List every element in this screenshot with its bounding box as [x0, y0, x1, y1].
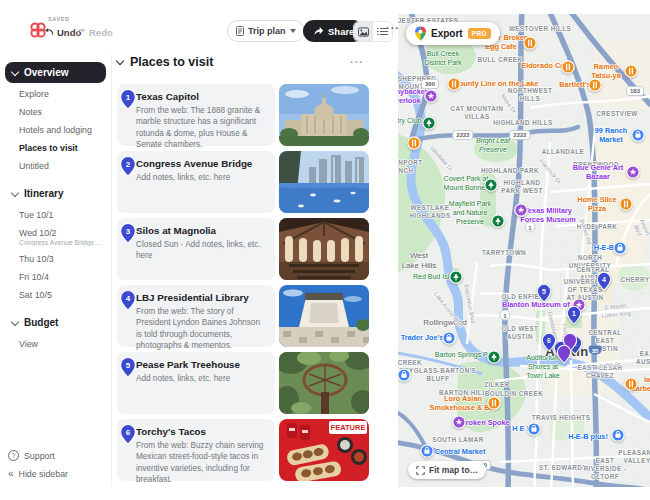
map-poi-marker-food-icon[interactable] — [523, 36, 537, 50]
sidebar-item-notes[interactable]: Notes — [0, 103, 111, 121]
collapse-icon: « — [8, 468, 14, 479]
sidebar-item-subtitle: Congress Avenue Bridge… — [19, 239, 101, 246]
map-poi-marker-store-icon[interactable] — [631, 128, 645, 142]
place-row-congress-avenue-bridge: 2Congress Avenue BridgeAdd notes, links,… — [117, 151, 369, 213]
google-maps-pin-icon — [415, 26, 426, 41]
sidebar-section-label: Budget — [24, 317, 58, 328]
sidebar: OverviewExploreNotesHotels and lodgingPl… — [0, 54, 112, 487]
map-poi-marker-store-icon[interactable] — [611, 428, 625, 442]
export-label: Export — [431, 28, 463, 39]
chevron-down-icon — [11, 317, 19, 325]
map-poi-marker-attr-icon[interactable] — [452, 415, 466, 429]
place-row-torchy-s-tacos: 6Torchy's TacosFrom the web: Buzzy chain… — [117, 419, 369, 481]
numbered-pin: 4 — [120, 290, 136, 315]
numbered-pin: 2 — [120, 156, 136, 181]
sidebar-item-label: Tue 10/1 — [19, 210, 107, 220]
chevron-down-icon — [290, 29, 296, 33]
numbered-pin: 5 — [120, 357, 136, 382]
map-poi-marker-store-icon[interactable] — [527, 422, 541, 436]
places-list-more-button[interactable]: ··· — [350, 56, 364, 68]
map-panel[interactable]: Export PRO Fit map to… JESTER ESTATESWES… — [398, 14, 650, 487]
svg-text:6: 6 — [126, 428, 131, 437]
place-photo-tacos[interactable]: FEATURE — [279, 419, 369, 481]
place-photo-lbj[interactable] — [279, 285, 369, 347]
map-poi-marker-park-icon[interactable] — [484, 178, 498, 192]
map-pin-6[interactable]: 6 — [542, 333, 557, 352]
place-description: From the web: The story of President Lyn… — [136, 306, 267, 353]
map-poi-marker-park-icon[interactable] — [491, 214, 505, 228]
sidebar-item-fri-10-4[interactable]: Fri 10/4 — [0, 268, 111, 286]
sidebar-item-label: Notes — [19, 107, 107, 117]
chevron-down-icon[interactable] — [116, 57, 124, 65]
place-photo-treehouse[interactable] — [279, 352, 369, 414]
place-photo-silos[interactable] — [279, 218, 369, 280]
sidebar-section-itinerary[interactable]: Itinerary — [5, 183, 106, 204]
sidebar-item-wed-10-2[interactable]: Wed 10/2Congress Avenue Bridge… — [0, 224, 111, 250]
sidebar-item-hotels-and-lodging[interactable]: Hotels and lodging — [0, 121, 111, 139]
svg-text:3: 3 — [126, 227, 131, 236]
map-poi-marker-store-icon[interactable] — [442, 331, 456, 345]
sidebar-item-sat-10-5[interactable]: Sat 10/5 — [0, 286, 111, 304]
sidebar-section-overview[interactable]: Overview — [5, 62, 106, 83]
support-button[interactable]: ? Support — [8, 450, 55, 461]
trip-plan-dropdown[interactable]: Trip plan — [227, 20, 305, 42]
map-poi-marker-food-icon[interactable] — [619, 197, 633, 211]
place-row-lbj-presidential-library: 4LBJ Presidential LibraryFrom the web: T… — [117, 285, 369, 347]
map-poi-marker-store-icon[interactable] — [398, 368, 411, 382]
map-poi-marker-attr-icon[interactable] — [424, 89, 438, 103]
question-icon: ? — [8, 450, 19, 461]
map-poi-marker-food-icon[interactable] — [588, 78, 602, 92]
place-title: Congress Avenue Bridge — [136, 158, 267, 169]
svg-text:2: 2 — [126, 160, 131, 169]
place-card-texas-capitol[interactable]: 1Texas CapitolFrom the web: The 1888 gra… — [117, 84, 275, 146]
map-pin-5[interactable]: 5 — [537, 284, 552, 303]
map-poi-marker-food-icon[interactable] — [624, 377, 638, 391]
photo-view-button[interactable] — [354, 22, 373, 41]
place-card-pease-park-treehouse[interactable]: 5Pease Park TreehouseAdd notes, links, e… — [117, 352, 275, 414]
map-pin-extra[interactable] — [557, 345, 572, 364]
map-poi-marker-food-icon[interactable] — [447, 77, 461, 91]
export-button[interactable]: Export PRO — [406, 22, 500, 45]
numbered-pin: 1 — [120, 89, 136, 114]
map-poi-marker-park-icon[interactable] — [422, 116, 436, 130]
map-poi-marker-food-icon[interactable] — [407, 136, 421, 150]
place-title: LBJ Presidential Library — [136, 292, 267, 303]
hide-sidebar-button[interactable]: « Hide sidebar — [8, 468, 68, 479]
road-badge-35: 35 — [589, 346, 602, 355]
numbered-pin: 6 — [120, 424, 136, 449]
place-card-congress-avenue-bridge[interactable]: 2Congress Avenue BridgeAdd notes, links,… — [117, 151, 275, 213]
redo-button[interactable]: Redo — [76, 27, 113, 38]
sidebar-item-view[interactable]: View — [0, 335, 111, 353]
map-poi-marker-attr-icon[interactable] — [626, 165, 640, 179]
place-card-silos-at-magnolia[interactable]: 3Silos at MagnoliaClosed Sun · Add notes… — [117, 218, 275, 280]
map-pin-1[interactable]: 1 — [567, 306, 582, 325]
support-label: Support — [24, 451, 55, 461]
sidebar-item-tue-10-1[interactable]: Tue 10/1 — [0, 206, 111, 224]
redo-label: Redo — [89, 27, 113, 38]
sidebar-item-places-to-visit[interactable]: Places to visit — [0, 139, 111, 157]
map-poi-marker-park-icon[interactable] — [449, 270, 463, 284]
map-pin-4[interactable]: 4 — [597, 272, 612, 291]
fit-map-button[interactable]: Fit map to… — [408, 461, 486, 479]
sidebar-section-budget[interactable]: Budget — [5, 312, 106, 333]
map-poi-marker-food-icon[interactable] — [624, 64, 638, 78]
share-icon — [313, 26, 324, 36]
chevron-down-icon — [11, 188, 19, 196]
place-title: Torchy's Tacos — [136, 426, 267, 437]
map-poi-marker-attr-icon[interactable] — [514, 203, 528, 217]
sidebar-item-untitled[interactable]: Untitled — [0, 157, 111, 175]
map-poi-marker-store-icon[interactable] — [420, 444, 434, 458]
sidebar-item-label: Hotels and lodging — [19, 125, 107, 135]
map-poi-marker-food-icon[interactable] — [561, 60, 575, 74]
map-poi-marker-store-icon[interactable] — [613, 241, 627, 255]
place-card-lbj-presidential-library[interactable]: 4LBJ Presidential LibraryFrom the web: T… — [117, 285, 275, 347]
map-poi-marker-park-icon[interactable] — [487, 350, 501, 364]
place-card-torchy-s-tacos[interactable]: 6Torchy's TacosFrom the web: Buzzy chain… — [117, 419, 275, 481]
place-row-silos-at-magnolia: 3Silos at MagnoliaClosed Sun · Add notes… — [117, 218, 369, 280]
map-poi-marker-food-icon[interactable] — [487, 396, 501, 410]
sidebar-item-thu-10-3[interactable]: Thu 10/3 — [0, 250, 111, 268]
place-photo-capitol[interactable] — [279, 84, 369, 146]
svg-text:1: 1 — [572, 309, 576, 318]
sidebar-item-explore[interactable]: Explore — [0, 85, 111, 103]
place-photo-bridge[interactable] — [279, 151, 369, 213]
